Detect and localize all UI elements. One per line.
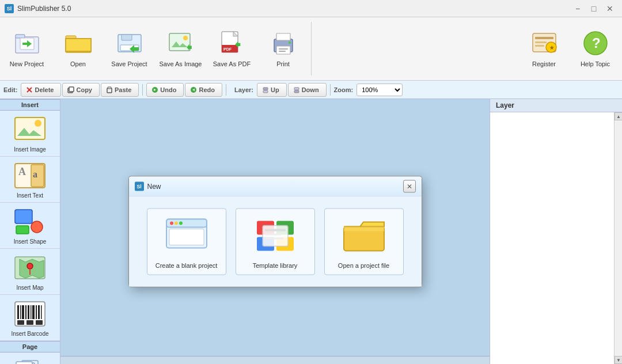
svg-rect-68 — [26, 320, 33, 325]
register-button[interactable]: ★ Register — [519, 20, 568, 76]
svg-rect-64 — [36, 305, 37, 319]
save-as-pdf-icon: PDF — [217, 28, 247, 58]
print-label: Print — [276, 60, 290, 67]
paste-button[interactable]: Paste — [101, 83, 139, 97]
toolbar: New Project Open Save Project — [0, 17, 622, 81]
open-project-file-option[interactable]: Open a project file — [324, 208, 404, 275]
svg-text:A: A — [18, 166, 26, 177]
copy-button[interactable]: Copy — [62, 83, 100, 97]
layer-down-button[interactable]: Down — [288, 83, 327, 97]
svg-rect-4 — [22, 43, 28, 45]
redo-button[interactable]: Redo — [185, 83, 222, 97]
layer-scrollbar: ▲ ▼ — [614, 112, 622, 364]
svg-rect-22 — [279, 51, 286, 52]
delete-button[interactable]: Delete — [21, 83, 61, 97]
save-project-button[interactable]: Save Project — [105, 20, 154, 76]
svg-rect-65 — [38, 305, 40, 319]
dialog-close-button[interactable]: ✕ — [403, 180, 416, 193]
svg-rect-20 — [276, 46, 290, 54]
svg-point-12 — [183, 36, 188, 40]
undo-button[interactable]: Undo — [146, 83, 184, 97]
page-manager-icon — [13, 357, 47, 364]
layer-content: ▲ ▼ — [490, 112, 622, 364]
sidebar-item-insert-map[interactable]: Insert Map — [0, 249, 60, 295]
insert-text-icon: A a — [13, 161, 47, 190]
paste-icon — [106, 86, 113, 93]
template-library-icon — [252, 216, 298, 256]
toolbar-separator — [311, 22, 312, 75]
sidebar-item-insert-shape[interactable]: Insert Shape — [0, 203, 60, 249]
svg-text:★: ★ — [549, 45, 555, 51]
svg-rect-69 — [36, 320, 43, 325]
new-project-button[interactable]: New Project — [2, 20, 51, 76]
create-blank-project-option[interactable]: Create a blank project — [147, 208, 226, 275]
svg-rect-35 — [69, 87, 74, 92]
canvas-area[interactable]: Sl New ✕ — [60, 99, 490, 364]
layer-down-icon — [293, 86, 300, 93]
insert-shape-icon — [13, 207, 47, 236]
template-library-label: Template library — [253, 262, 298, 269]
svg-point-51 — [31, 221, 43, 233]
sidebar-item-insert-barcode[interactable]: Insert Barcode — [0, 295, 60, 341]
svg-point-54 — [27, 263, 33, 269]
save-as-pdf-label: Save As PDF — [213, 60, 251, 67]
sidebar-item-insert-text[interactable]: A a Insert Text — [0, 157, 60, 203]
svg-rect-44 — [15, 117, 45, 139]
open-button[interactable]: Open — [54, 20, 103, 76]
print-button[interactable]: Print — [259, 20, 308, 76]
copy-icon — [67, 86, 74, 93]
sidebar-item-insert-image[interactable]: Insert Image — [0, 111, 60, 157]
svg-rect-66 — [41, 305, 42, 319]
svg-rect-88 — [265, 229, 286, 232]
edit-label: Edit: — [3, 86, 17, 93]
dialog-title-text: New — [147, 183, 161, 191]
template-library-option[interactable]: Template library — [236, 208, 315, 275]
close-button[interactable]: ✕ — [602, 3, 617, 14]
bottom-scrollbar[interactable] — [60, 356, 490, 364]
scroll-up-arrow[interactable]: ▲ — [615, 112, 622, 120]
zoom-label: Zoom: — [334, 86, 354, 93]
open-project-icon — [341, 216, 387, 256]
svg-rect-43 — [294, 90, 299, 93]
svg-point-81 — [179, 222, 183, 225]
svg-rect-89 — [265, 234, 281, 236]
help-topic-button[interactable]: ? Help Topic — [571, 20, 620, 76]
save-as-image-button[interactable]: Save As Image — [156, 20, 205, 76]
svg-point-45 — [35, 120, 41, 127]
register-label: Register — [532, 60, 556, 67]
print-icon — [268, 28, 298, 58]
svg-rect-90 — [265, 238, 283, 240]
save-project-label: Save Project — [111, 60, 147, 67]
insert-text-label: Insert Text — [17, 192, 43, 199]
svg-rect-40 — [263, 88, 268, 90]
svg-rect-60 — [25, 305, 26, 319]
svg-rect-67 — [17, 320, 24, 325]
redo-icon — [190, 86, 197, 93]
insert-image-label: Insert Image — [14, 146, 46, 153]
new-project-icon — [12, 28, 42, 58]
svg-point-23 — [289, 41, 291, 44]
layer-label: Layer: — [234, 86, 253, 93]
insert-section-header: Insert — [0, 99, 60, 111]
svg-rect-25 — [535, 37, 553, 39]
svg-rect-62 — [31, 305, 32, 319]
zoom-select[interactable]: 25% 50% 75% 100% 150% 200% — [356, 84, 403, 96]
svg-text:?: ? — [592, 35, 601, 51]
sidebar-item-page-manager[interactable]: Page Manager — [0, 352, 60, 364]
new-project-label: New Project — [10, 60, 44, 67]
maximize-button[interactable]: □ — [586, 3, 601, 14]
save-as-pdf-button[interactable]: PDF Save As PDF — [207, 20, 256, 76]
titlebar-title: SlimPublisher 5.0 — [17, 5, 71, 13]
titlebar-controls: − □ ✕ — [570, 3, 617, 14]
editbar-separator-2 — [226, 84, 226, 96]
help-topic-label: Help Topic — [581, 60, 610, 67]
insert-barcode-label: Insert Barcode — [11, 331, 48, 337]
insert-map-label: Insert Map — [16, 285, 43, 291]
scroll-down-arrow[interactable]: ▼ — [615, 356, 622, 364]
insert-map-icon — [13, 253, 47, 282]
page-section-header: Page — [0, 341, 60, 352]
layer-up-button[interactable]: Up — [257, 83, 287, 97]
minimize-button[interactable]: − — [570, 3, 585, 14]
svg-rect-19 — [276, 33, 290, 40]
dialog-title-left: Sl New — [135, 182, 161, 191]
